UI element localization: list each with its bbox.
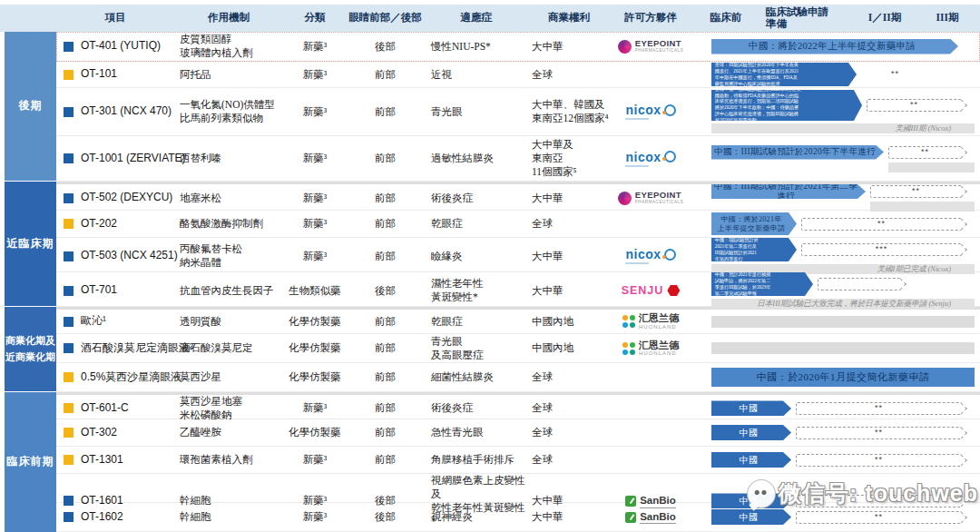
- yellow-marker-icon: [64, 219, 74, 229]
- project-cell: OT-101: [56, 67, 174, 82]
- phase-timeline-cell: 中國**: [691, 419, 980, 446]
- category-cell: 化學仿製藥: [283, 341, 347, 355]
- col-header-category: 分類: [283, 12, 347, 24]
- mechanism-cell: 環孢菌素植入劑: [174, 453, 283, 467]
- indication-cell: 術後炎症: [424, 401, 528, 415]
- category-cell: 化學仿製藥: [283, 315, 347, 329]
- mechanism-cell: 酒石酸溴莫尼定: [174, 341, 283, 355]
- blue-marker-icon: [64, 153, 74, 163]
- project-name: OT-1301: [81, 453, 123, 468]
- indication-cell: 乾眼症: [424, 315, 528, 329]
- nicox-logo: nicox: [625, 248, 675, 264]
- category-cell: 新藥³: [283, 105, 347, 119]
- status-band: [888, 163, 975, 172]
- segment-cell: 前部: [347, 426, 424, 439]
- footnote-stars: **: [875, 428, 883, 438]
- col-header-preclinical: 臨床前: [691, 12, 760, 24]
- col-header-phase1-2: I／II期: [855, 12, 915, 24]
- rights-cell: 全球: [528, 68, 610, 82]
- partner-cell: 汇恩兰德HUONLAND: [610, 340, 691, 358]
- pipeline-row: OT-503 (NCX 4251)丙酸氟替卡松 納米晶體新藥³前部瞼緣炎大中華n…: [56, 238, 980, 272]
- yellow-marker-icon: [64, 403, 74, 413]
- mechanism-cell: 酪氨酸激酶抑制劑: [174, 217, 283, 231]
- dashed-arrow-tip-icon: [956, 100, 967, 112]
- project-name: OT-502 (DEXYCU): [81, 191, 172, 205]
- status-band: 美國III期 (Nicox): [711, 123, 975, 133]
- milestone-bar: 中國: [711, 400, 791, 416]
- indication-cell: 濕性老年性 黃斑變性*: [424, 277, 528, 304]
- col-header-licensor-partner: 許可方夥伴: [610, 12, 691, 24]
- project-name: OT-701: [81, 283, 117, 298]
- category-cell: 新藥³: [283, 453, 347, 467]
- phase-sidebar: 後期 近臨床期 商業化期及 近商業化期 臨床前期: [5, 32, 56, 532]
- status-note: 美國III期 (Nicox): [895, 123, 951, 133]
- col-header-mechanism: 作用機制: [174, 12, 283, 24]
- mechanism-cell: 透明質酸: [174, 315, 283, 329]
- planned-phase-bar: **: [867, 99, 962, 112]
- project-name: 歐沁¹: [81, 314, 106, 329]
- indication-cell: 視神經炎: [424, 510, 528, 524]
- segment-cell: 前部: [347, 453, 424, 467]
- indication-cell: 慢性NIU-PS*: [424, 40, 528, 54]
- blue-marker-icon: [64, 317, 74, 327]
- project-cell: OT-601-C: [56, 401, 174, 416]
- milestone-bar: 中國：於2020年1月提交簡化新藥申請: [711, 368, 975, 387]
- segment-cell: 前部: [347, 68, 424, 82]
- dashed-arrow-tip-icon: [956, 218, 967, 230]
- rights-cell: 大中華: [528, 510, 610, 524]
- mechanism-cell: 幹細胞: [174, 510, 283, 524]
- milestone-bar: 全球：第一項III期試驗已於2020年5月在美國啟動，待取得FDA及藥品審評中心…: [711, 90, 862, 121]
- blue-marker-icon: [64, 343, 74, 353]
- yellow-marker-icon: [64, 70, 74, 80]
- partner-cell: EYEPOINTPHARMACEUTICALS: [610, 39, 691, 53]
- sidebar-group-commercialization: 商業化期及 近商業化期: [5, 307, 56, 391]
- partner-cell: SanBio: [610, 510, 691, 525]
- project-cell: OT-401 (YUTIQ): [56, 39, 174, 54]
- segment-cell: 前部: [347, 341, 424, 355]
- phase-timeline-cell: 中國：I期試驗預計於2021年第二季進行及III期試驗預計於2021年第四季進行…: [691, 238, 980, 274]
- rights-cell: 全球: [528, 370, 610, 384]
- category-cell: 新藥³: [283, 217, 347, 231]
- planned-phase-bar: **: [870, 185, 962, 198]
- project-cell: OT-1301: [56, 453, 174, 468]
- footnote-stars: **: [875, 512, 883, 523]
- huonland-dots-icon: [622, 342, 635, 355]
- pipeline-row: OT-1301環孢菌素植入劑新藥³前部角膜移植手術排斥全球中國**: [56, 447, 980, 474]
- eyepoint-logo: EYEPOINTPHARMACEUTICALS: [618, 191, 684, 204]
- mechanism-cell: 西替利嗪: [174, 152, 283, 165]
- segment-cell: 後部: [347, 494, 424, 507]
- mechanism-cell: 丙酸氟替卡松 納米晶體: [174, 242, 283, 270]
- segment-cell: 前部: [347, 217, 424, 231]
- mechanism-cell: 莫西沙星地塞 米松磷酸鈉: [174, 395, 283, 422]
- segment-cell: 前部: [347, 370, 424, 384]
- segment-cell: 後部: [347, 40, 424, 54]
- project-cell: OT-302: [56, 426, 174, 440]
- wechat-watermark: 微信号: touchweb: [748, 478, 978, 508]
- pipeline-row: OT-701抗血管內皮生長因子生物類似藥後部濕性老年性 黃斑變性*大中華SENJ…: [56, 272, 980, 307]
- status-note: 日本III期試驗已大致完成，將於日本提交新藥申請 (Senju): [757, 299, 951, 309]
- yellow-marker-icon: [64, 372, 74, 382]
- phase-timeline-cell: 中國：於2020年1月提交簡化新藥申請: [691, 363, 980, 391]
- eyepoint-swirl-icon: [618, 40, 632, 54]
- rights-cell: 大中華、韓國及 東南亞12個國家⁴: [528, 98, 610, 125]
- col-header-project: 項目: [56, 12, 174, 24]
- project-cell: 0.5%莫西沙星滴眼液: [56, 370, 174, 385]
- mechanism-cell: 阿托品: [174, 68, 283, 82]
- pipeline-row: OT-301 (NCX 470)一氧化氮(NO)供體型 比馬前列素類似物新藥³前…: [56, 88, 980, 136]
- segment-cell: 前部: [347, 105, 424, 119]
- dashed-arrow-tip-icon: [956, 244, 967, 256]
- indication-cell: 角膜移植手術排斥: [424, 453, 528, 467]
- segment-cell: 後部: [347, 510, 424, 524]
- segment-cell: 前部: [347, 250, 424, 263]
- footnote-stars: **: [912, 186, 920, 197]
- indication-cell: 過敏性結膜炎: [424, 152, 528, 165]
- partner-cell: SENJU: [610, 283, 691, 298]
- blue-marker-icon: [64, 193, 74, 203]
- nicox-swirl-icon: [664, 151, 676, 163]
- col-header-phase3: III期: [915, 12, 980, 24]
- pipeline-row: 歐沁¹透明質酸化學仿製藥前部乾眼症中國內地汇恩兰德HUONLAND: [56, 307, 980, 334]
- commercialized-bar: [711, 342, 975, 354]
- commercialized-bar: [711, 316, 975, 328]
- footnote-stars: ***: [876, 244, 888, 255]
- mechanism-cell: 莫西沙星: [174, 370, 283, 384]
